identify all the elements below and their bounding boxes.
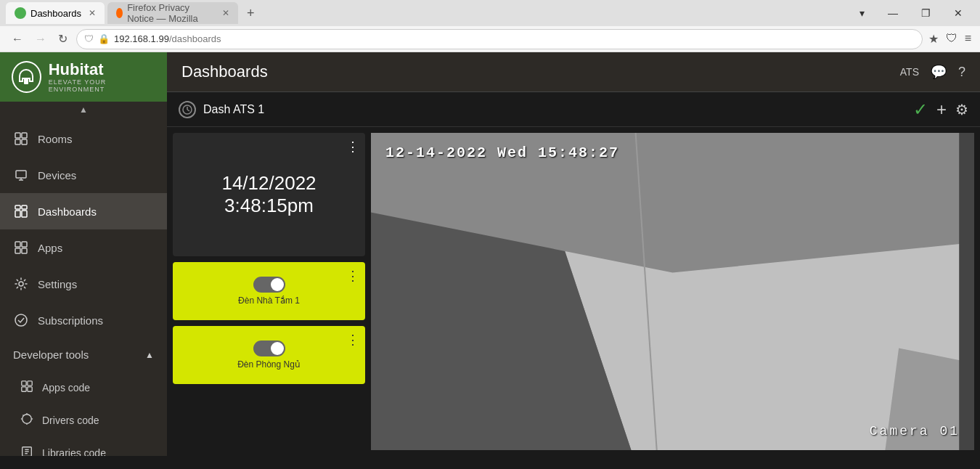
toggle-knob-2 [271,342,284,355]
dashboard-grid: ⋮ 14/12/2022 3:48:15pm ⋮ Đèn Nhà Tắm 1 [167,127,980,456]
developer-tools-label: Developer tools [13,348,89,361]
chat-icon[interactable]: 💬 [931,64,947,80]
subscriptions-icon [13,312,29,328]
shield-toolbar-icon[interactable]: 🛡 [946,32,957,46]
tab-dashboards[interactable]: Dashboards ✕ [6,2,105,24]
window-controls: ▾ — ❐ ✕ [854,7,974,19]
camera-overlay: 12-14-2022 Wed 15:48:27 Camera 01 [371,133,974,450]
sidebar-item-apps-code[interactable]: Apps code [0,371,167,404]
sidebar-item-apps[interactable]: Apps [0,229,167,266]
sidebar-item-label-drivers-code: Drivers code [42,415,99,426]
sidebar-item-label-apps-code: Apps code [42,382,90,393]
browser-tabs-bar: Dashboards ✕ Firefox Privacy Notice — Mo… [0,0,980,26]
svg-rect-10 [15,211,20,217]
svg-rect-3 [15,139,20,144]
clock-date: 14/12/2022 [221,172,316,195]
help-icon[interactable]: ? [958,65,965,80]
dashboards-icon [13,203,29,219]
svg-rect-9 [22,205,27,209]
sidebar-scroll-up[interactable]: ▲ [0,102,167,118]
dash-add-button[interactable]: + [936,99,947,120]
light-tile-1[interactable]: ⋮ Đèn Nhà Tắm 1 [173,262,365,320]
camera-label: Camera 01 [870,424,960,439]
light-label-1: Đèn Nhà Tắm 1 [238,295,300,306]
tab-label-firefox: Firefox Privacy Notice — Mozilla [127,2,215,24]
tab-firefox[interactable]: Firefox Privacy Notice — Mozilla ✕ [107,2,238,24]
svg-point-17 [15,314,27,326]
lock-icon: 🔒 [98,33,110,44]
svg-rect-4 [22,139,27,144]
window-restore-button[interactable]: ❐ [915,7,936,19]
sidebar-item-settings[interactable]: Settings [0,266,167,302]
window-minimize-button[interactable]: ▾ [854,7,870,19]
window-minimize-button2[interactable]: — [882,7,904,19]
camera-timestamp: 12-14-2022 Wed 15:48:27 [385,144,619,161]
devices-icon [13,167,29,183]
svg-line-34 [187,110,189,111]
clock-tile: ⋮ 14/12/2022 3:48:15pm [173,133,365,256]
svg-rect-2 [22,133,27,138]
dash-icon [179,101,196,118]
dash-actions: ✓ + ⚙ [913,99,968,120]
drivers-code-icon [20,412,33,428]
tab-close-firefox[interactable]: ✕ [222,8,229,18]
sidebar-item-drivers-code[interactable]: Drivers code [0,404,167,436]
tile-menu-light2[interactable]: ⋮ [346,332,359,348]
page-title: Dashboards [181,62,268,81]
sidebar-item-subscriptions[interactable]: Subscriptions [0,302,167,338]
svg-line-27 [23,415,23,416]
user-label: ATS [900,66,919,78]
svg-rect-20 [22,387,26,391]
chevron-up-icon: ▲ [145,350,154,360]
dash-check-button[interactable]: ✓ [913,99,928,120]
back-button[interactable]: ← [9,30,26,49]
bookmark-icon[interactable]: ★ [928,32,939,46]
svg-rect-19 [28,381,32,386]
header-actions: ATS 💬 ? [900,64,965,80]
forward-button[interactable]: → [32,30,49,49]
app: Hubitat Elevate Your Environment ▲ Rooms [0,52,980,456]
address-domain: 192.168.1.99 [114,33,169,44]
light-tile-2[interactable]: ⋮ Đèn Phòng Ngủ [173,326,365,384]
apps-code-icon [20,380,33,395]
tile-menu-light1[interactable]: ⋮ [346,268,359,284]
svg-rect-18 [22,381,26,386]
sidebar-item-devices[interactable]: Devices [0,157,167,193]
svg-rect-11 [22,211,27,217]
dash-title-row: Dash ATS 1 [179,101,264,118]
libraries-code-icon [20,445,33,456]
sidebar-item-label-subscriptions: Subscriptions [38,314,103,327]
tab-close-dashboards[interactable]: ✕ [89,8,96,18]
new-tab-button[interactable]: + [241,6,261,21]
sidebar-item-dashboards[interactable]: Dashboards [0,193,167,229]
sidebar-item-label-rooms: Rooms [38,133,73,145]
rooms-icon [13,131,29,147]
menu-icon[interactable]: ≡ [965,32,971,46]
dash-header: Dash ATS 1 ✓ + ⚙ [167,92,980,127]
clock-time: 3:48:15pm [224,195,314,217]
tiles-panel: ⋮ 14/12/2022 3:48:15pm ⋮ Đèn Nhà Tắm 1 [173,133,365,450]
svg-rect-14 [15,248,20,253]
developer-tools-header[interactable]: Developer tools ▲ [0,338,167,371]
tab-favicon-firefox [116,8,123,18]
sidebar-item-libraries-code[interactable]: Libraries code [0,436,167,456]
window-close-button[interactable]: ✕ [948,7,968,19]
svg-rect-5 [16,171,26,178]
logo-text: Hubitat Elevate Your Environment [49,61,155,93]
toggle-switch-1[interactable] [253,277,285,293]
light-label-2: Đèn Phòng Ngủ [237,359,301,370]
reload-button[interactable]: ↻ [55,29,70,49]
dash-name: Dash ATS 1 [203,103,264,116]
svg-rect-8 [15,205,20,209]
svg-rect-0 [24,78,28,84]
dash-settings-button[interactable]: ⚙ [955,101,968,118]
sidebar-item-rooms[interactable]: Rooms [0,121,167,157]
tab-label-dashboards: Dashboards [30,8,81,19]
toggle-switch-2[interactable] [253,340,285,356]
address-bar[interactable]: 🛡 🔒 192.168.1.99/dashboards [76,29,923,49]
sidebar-logo: Hubitat Elevate Your Environment [0,52,167,102]
tab-favicon-hubitat [15,7,26,19]
main-header: Dashboards ATS 💬 ? [167,52,980,92]
tile-menu-clock[interactable]: ⋮ [346,139,359,155]
shield-icon: 🛡 [84,33,94,44]
